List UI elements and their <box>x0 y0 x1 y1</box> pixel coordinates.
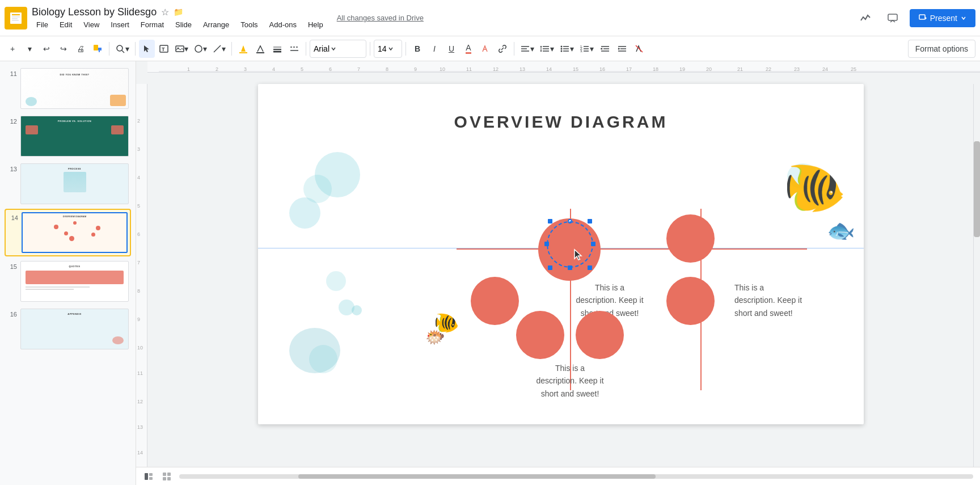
vertical-scrollbar-thumb[interactable] <box>974 141 980 237</box>
circle-bottom-left[interactable] <box>471 277 519 325</box>
text-color-button[interactable]: A <box>461 40 476 58</box>
grid-view-button[interactable] <box>159 469 175 484</box>
svg-rect-56 <box>167 477 171 480</box>
slide-thumbnail-15: QUOTES <box>20 261 129 302</box>
menu-format[interactable]: Format <box>136 19 168 30</box>
save-status: All changes saved in Drive <box>337 14 424 22</box>
svg-rect-52 <box>149 477 153 480</box>
slide-panel: 11 DID YOU KNOW THIS? 12 PROBLEM VS. SOL… <box>0 61 136 485</box>
circle-bottom-center[interactable] <box>516 311 564 359</box>
print-button[interactable]: 🖨 <box>73 40 88 58</box>
svg-rect-4 <box>12 18 18 19</box>
cursor-tool[interactable] <box>139 40 155 58</box>
slide-thumb-12[interactable]: 12 PROBLEM VS. SOLUTION <box>5 113 131 159</box>
comments-icon[interactable] <box>882 8 903 28</box>
underline-button[interactable]: U <box>443 40 459 58</box>
insert-link-button[interactable] <box>495 40 510 58</box>
font-size-dropdown[interactable]: 14 <box>374 40 402 58</box>
highlight-button[interactable] <box>478 40 493 58</box>
svg-rect-18 <box>256 52 264 53</box>
menu-arrange[interactable]: Arrange <box>198 19 234 30</box>
divider6 <box>405 42 406 56</box>
menu-slide[interactable]: Slide <box>171 19 196 30</box>
zoom-button[interactable]: ▾ <box>113 40 132 58</box>
line-tool[interactable]: ▾ <box>210 40 228 58</box>
indent-decrease-button[interactable] <box>597 40 613 58</box>
svg-point-32 <box>561 50 563 52</box>
align-button[interactable]: ▾ <box>518 40 537 58</box>
menu-edit[interactable]: Edit <box>55 19 77 30</box>
fill-color-button[interactable] <box>235 40 251 58</box>
slide-thumbnail-16: APPENDIX <box>20 309 129 349</box>
slide-thumb-16[interactable]: 16 APPENDIX <box>5 306 131 352</box>
folder-icon[interactable]: 📁 <box>174 7 183 16</box>
slide-thumbnail-13: PROCESS <box>20 163 129 204</box>
title-area: Biology Lesson by Slidesgo ☆ 📁 File Edit… <box>32 6 328 30</box>
toolbar: + ▾ ↩ ↪ 🖨 ▾ T ▾ ▾ ▾ Arial <box>0 36 980 61</box>
slide-list-view-button[interactable] <box>141 469 157 484</box>
circle-bottom-right[interactable] <box>576 311 624 359</box>
vertical-scrollbar[interactable] <box>973 84 980 467</box>
menu-view[interactable]: View <box>79 19 104 30</box>
add-button[interactable]: + <box>5 40 20 58</box>
vertical-ruler: 2 3 4 5 6 7 8 9 10 11 12 13 14 <box>136 84 147 485</box>
divider1 <box>109 42 109 56</box>
shapes-tool[interactable]: ▾ <box>192 40 209 58</box>
add-dropdown[interactable]: ▾ <box>22 40 37 58</box>
svg-rect-2 <box>12 14 20 15</box>
format-options-button[interactable]: Format options <box>908 40 975 58</box>
menu-file[interactable]: File <box>32 19 53 30</box>
font-name-dropdown[interactable]: Arial <box>310 40 366 58</box>
italic-button[interactable]: I <box>426 40 442 58</box>
svg-rect-7 <box>919 15 925 19</box>
diagram-line-h <box>457 248 807 250</box>
horizontal-scrollbar-thumb[interactable] <box>298 474 656 479</box>
slide-canvas-area[interactable]: OVERVIEW DIAGRAM <box>147 73 980 485</box>
undo-button[interactable]: ↩ <box>39 40 54 58</box>
svg-rect-55 <box>163 477 166 480</box>
bubble-4 <box>326 271 346 291</box>
circle-right-bottom[interactable] <box>666 277 715 325</box>
slide-canvas[interactable]: OVERVIEW DIAGRAM <box>258 84 864 424</box>
clear-format-button[interactable] <box>631 40 647 58</box>
slide-thumbnail-12: PROBLEM VS. SOLUTION <box>20 116 129 157</box>
circle-right-top[interactable] <box>666 214 715 263</box>
canvas-area: /* ruler marks generated dynamically bel… <box>136 61 980 485</box>
bullet-list-button[interactable]: ▾ <box>557 40 576 58</box>
border-dash-button[interactable] <box>286 40 302 58</box>
menu-bar: File Edit View Insert Format Slide Arran… <box>32 19 328 30</box>
desc-right: This is adescription. Keep itshort and s… <box>734 281 825 319</box>
text-tool[interactable]: T <box>156 40 172 58</box>
border-weight-button[interactable] <box>269 40 285 58</box>
menu-insert[interactable]: Insert <box>106 19 134 30</box>
star-icon[interactable]: ☆ <box>161 7 169 18</box>
svg-point-31 <box>561 48 563 49</box>
image-tool[interactable]: ▾ <box>173 40 191 58</box>
slide-thumb-15[interactable]: 15 QUOTES <box>5 259 131 304</box>
bold-button[interactable]: B <box>409 40 425 58</box>
present-button[interactable]: Present <box>910 9 975 27</box>
menu-tools[interactable]: Tools <box>236 19 262 30</box>
activity-icon[interactable] <box>855 8 876 28</box>
slide-num-14: 14 <box>8 214 18 221</box>
slide-thumb-14[interactable]: 14 OVERVIEW DIAGRAM <box>5 209 131 256</box>
slide-thumbnail-14: OVERVIEW DIAGRAM <box>22 212 128 253</box>
divider3 <box>231 42 232 56</box>
app-icon <box>5 7 27 29</box>
redo-button[interactable]: ↪ <box>56 40 71 58</box>
divider4 <box>306 42 306 56</box>
numbered-list-button[interactable]: 1.2.3. ▾ <box>577 40 596 58</box>
bottom-bar <box>136 467 980 485</box>
border-color-button[interactable] <box>252 40 268 58</box>
doc-title[interactable]: Biology Lesson by Slidesgo <box>32 6 157 18</box>
menu-help[interactable]: Help <box>303 19 328 30</box>
paint-format-button[interactable] <box>90 40 105 58</box>
slide-thumb-11[interactable]: 11 DID YOU KNOW THIS? <box>5 66 131 111</box>
slide-thumb-13[interactable]: 13 PROCESS <box>5 161 131 206</box>
slide-num-11: 11 <box>7 70 17 77</box>
menu-addons[interactable]: Add-ons <box>265 19 301 30</box>
indent-increase-button[interactable] <box>614 40 630 58</box>
fish-tropical: 🐠 <box>783 158 847 217</box>
horizontal-scrollbar[interactable] <box>179 474 973 479</box>
line-spacing-button[interactable]: ▾ <box>538 40 556 58</box>
